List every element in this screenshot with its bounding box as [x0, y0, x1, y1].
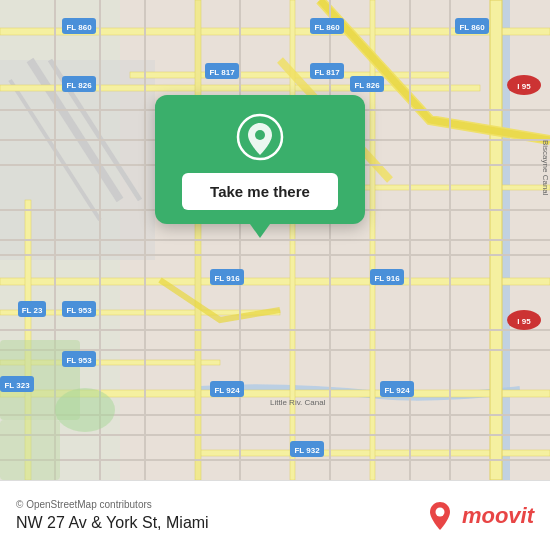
svg-text:FL 817: FL 817 — [314, 68, 340, 77]
popup-card: Take me there — [155, 95, 365, 224]
svg-text:Biscayne Canal: Biscayne Canal — [541, 140, 550, 196]
take-me-there-button[interactable]: Take me there — [182, 173, 338, 210]
svg-text:FL 323: FL 323 — [4, 381, 30, 390]
moovit-pin-icon — [424, 500, 456, 532]
svg-text:FL 826: FL 826 — [66, 81, 92, 90]
location-pin-icon — [236, 113, 284, 161]
svg-point-84 — [435, 507, 444, 516]
bottom-bar: © OpenStreetMap contributors NW 27 Av & … — [0, 480, 550, 550]
svg-text:FL 826: FL 826 — [354, 81, 380, 90]
svg-text:FL 924: FL 924 — [214, 386, 240, 395]
svg-text:FL 916: FL 916 — [374, 274, 400, 283]
svg-text:FL 817: FL 817 — [209, 68, 235, 77]
location-title: NW 27 Av & York St, Miami — [16, 514, 209, 532]
svg-text:FL 924: FL 924 — [384, 386, 410, 395]
svg-point-41 — [55, 388, 115, 432]
svg-text:FL 932: FL 932 — [294, 446, 320, 455]
svg-text:FL 860: FL 860 — [314, 23, 340, 32]
svg-text:FL 953: FL 953 — [66, 356, 92, 365]
map-svg: FL 860 FL 860 FL 860 FL 817 FL 817 FL 82… — [0, 0, 550, 480]
svg-text:I 95: I 95 — [517, 317, 531, 326]
svg-text:FL 23: FL 23 — [22, 306, 43, 315]
map-container: FL 860 FL 860 FL 860 FL 817 FL 817 FL 82… — [0, 0, 550, 480]
moovit-brand-text: moovit — [462, 503, 534, 529]
moovit-logo: moovit — [424, 500, 534, 532]
svg-point-83 — [255, 130, 265, 140]
svg-text:FL 860: FL 860 — [66, 23, 92, 32]
svg-rect-11 — [0, 278, 550, 285]
svg-text:FL 860: FL 860 — [459, 23, 485, 32]
svg-text:I 95: I 95 — [517, 82, 531, 91]
bottom-left-info: © OpenStreetMap contributors NW 27 Av & … — [16, 499, 209, 532]
svg-rect-40 — [0, 420, 60, 480]
svg-text:Little Riv. Canal: Little Riv. Canal — [270, 398, 326, 407]
osm-attribution: © OpenStreetMap contributors — [16, 499, 209, 510]
svg-text:FL 953: FL 953 — [66, 306, 92, 315]
svg-text:FL 916: FL 916 — [214, 274, 240, 283]
